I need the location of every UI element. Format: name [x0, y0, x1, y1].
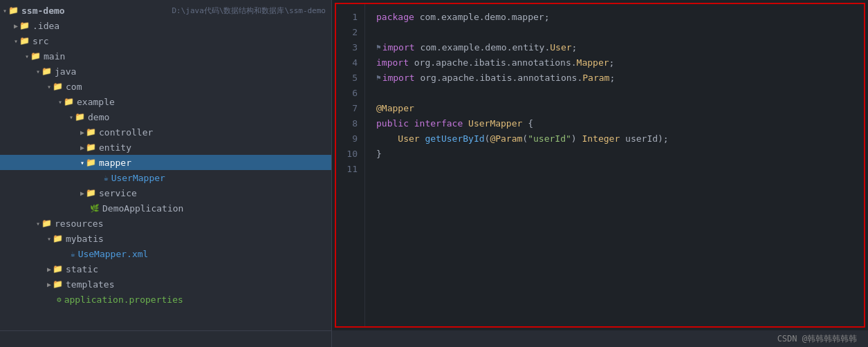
code-token: Param — [582, 71, 609, 86]
folder-icon: 📁 — [53, 234, 63, 243]
tree-label: UseMapper.xml — [78, 249, 326, 259]
code-line-2 — [376, 25, 864, 40]
arrow-icon: ▶ — [47, 281, 51, 288]
tree-item-java[interactable]: ▾ 📁 java — [0, 64, 331, 79]
tree-label: java — [55, 66, 326, 77]
folder-icon: 📁 — [86, 158, 96, 167]
tree-item-entity[interactable]: ▶ 📁 entity — [0, 140, 331, 155]
csdn-watermark: CSDN @韩韩韩韩韩韩 — [777, 333, 857, 345]
code-token: @Mapper — [376, 101, 414, 116]
tree-item-templates[interactable]: ▶ 📁 templates — [0, 276, 331, 292]
folder-icon: 📁 — [53, 82, 63, 91]
code-token: import — [382, 71, 421, 86]
tree-label: mapper — [99, 158, 326, 168]
code-token: ; — [572, 40, 578, 55]
code-token: ( — [485, 131, 490, 147]
code-line-3: ⚑import com.example.demo.entity.User; — [376, 40, 864, 55]
code-area: 1 2 3 4 5 6 7 8 9 10 11 package com.exam… — [335, 3, 865, 328]
folder-icon: 📁 — [75, 112, 85, 122]
arrow-icon: ▾ — [58, 98, 62, 106]
tree-label: entity — [99, 142, 326, 153]
code-token: public — [376, 116, 414, 131]
code-token: com.example.demo.entity. — [420, 40, 550, 55]
arrow-icon: ▶ — [14, 22, 18, 30]
code-line-7: @Mapper — [376, 101, 864, 116]
tree-item-resources[interactable]: ▾ 📁 resources — [0, 216, 331, 231]
tree-item-service[interactable]: ▶ 📁 service — [0, 185, 331, 200]
code-line-1: package com.example.demo.mapper; — [376, 10, 864, 25]
file-tree-panel: ▾ 📁 ssm-demo D:\java代码\数据结构和数据库\ssm-demo… — [0, 0, 332, 347]
line-numbers: 1 2 3 4 5 6 7 8 9 10 11 — [336, 4, 365, 326]
line-num-3: 3 — [336, 40, 358, 55]
tree-item-mybatis[interactable]: ▾ 📁 mybatis — [0, 231, 331, 246]
code-token: User — [398, 131, 419, 147]
code-token: } — [376, 147, 382, 162]
folder-icon: 📁 — [41, 218, 52, 228]
tree-item-mapper[interactable]: ▾ 📁 mapper — [0, 155, 331, 170]
tree-item-applicationproperties[interactable]: ⚙ application.properties — [0, 292, 331, 307]
left-bottom-bar — [0, 330, 331, 347]
line-num-6: 6 — [336, 86, 358, 101]
code-token: import — [376, 55, 414, 71]
code-token: org.apache.ibatis.annotations. — [414, 55, 577, 71]
arrow-icon: ▾ — [36, 220, 40, 227]
folder-icon: 📁 — [64, 97, 74, 106]
code-panel: 1 2 3 4 5 6 7 8 9 10 11 package com.exam… — [332, 0, 868, 347]
code-token: "userId" — [528, 131, 571, 147]
line-num-9: 9 — [336, 131, 358, 147]
tree-item-src[interactable]: ▾ 📁 src — [0, 33, 331, 48]
properties-file-icon: ⚙ — [57, 295, 62, 304]
tree-item-idea[interactable]: ▶ 📁 .idea — [0, 18, 331, 33]
tree-item-main[interactable]: ▾ 📁 main — [0, 48, 331, 64]
folder-icon: 📁 — [19, 36, 30, 46]
arrow-icon: ▾ — [80, 159, 84, 167]
tree-item-ssm-demo[interactable]: ▾ 📁 ssm-demo D:\java代码\数据结构和数据库\ssm-demo — [0, 3, 331, 18]
code-line-11 — [376, 162, 864, 177]
code-token: interface — [414, 116, 468, 131]
code-token — [420, 131, 425, 147]
arrow-icon: ▶ — [80, 129, 84, 136]
tree-item-com[interactable]: ▾ 📁 com — [0, 79, 331, 94]
code-token: ; — [609, 71, 615, 86]
arrow-icon: ▾ — [69, 113, 73, 121]
arrow-icon: ▶ — [80, 189, 84, 197]
arrow-icon: ▾ — [3, 7, 7, 15]
tree-label: src — [33, 36, 326, 46]
code-line-5: ⚑import org.apache.ibatis.annotations.Pa… — [376, 71, 864, 86]
code-content: package com.example.demo.mapper; ⚑import… — [365, 4, 864, 326]
code-line-6 — [376, 86, 864, 101]
code-token: Integer — [582, 131, 620, 147]
java-file-icon: ☕ — [104, 174, 109, 182]
folder-icon: 📁 — [86, 127, 96, 137]
code-token: userId); — [620, 131, 668, 147]
line-num-1: 1 — [336, 10, 358, 25]
tree-label: DemoApplication — [102, 203, 326, 214]
tree-item-static[interactable]: ▶ 📁 static — [0, 261, 331, 276]
tree-label: resources — [55, 218, 326, 229]
line-num-4: 4 — [336, 55, 358, 71]
tree-item-demoapplication[interactable]: 🌿 DemoApplication — [0, 200, 331, 216]
tree-item-usemapperxml[interactable]: ☕ UseMapper.xml — [0, 246, 331, 261]
folder-icon: 📁 — [8, 6, 19, 15]
line-num-11: 11 — [336, 162, 358, 177]
line-num-10: 10 — [336, 147, 358, 162]
arrow-icon: ▶ — [47, 265, 51, 273]
code-token: { — [522, 116, 533, 131]
folder-icon: 📁 — [86, 142, 96, 152]
code-token: @Param — [490, 131, 522, 147]
tree-label: static — [66, 264, 326, 274]
gutter-mark: ⚑ — [376, 40, 381, 55]
tree-item-example[interactable]: ▾ 📁 example — [0, 94, 331, 109]
tree-label: application.properties — [64, 294, 326, 305]
line-num-7: 7 — [336, 101, 358, 116]
tree-item-demo[interactable]: ▾ 📁 demo — [0, 109, 331, 124]
arrow-icon: ▾ — [36, 68, 40, 75]
bottom-bar: CSDN @韩韩韩韩韩韩 — [332, 330, 868, 347]
tree-label: demo — [88, 112, 326, 122]
spring-icon: 🌿 — [90, 204, 100, 213]
tree-item-controller[interactable]: ▶ 📁 controller — [0, 124, 331, 140]
folder-icon: 📁 — [41, 66, 52, 76]
folder-icon: 📁 — [86, 188, 96, 198]
code-line-4: import org.apache.ibatis.annotations.Map… — [376, 55, 864, 71]
tree-item-usermapper[interactable]: ☕ UserMapper — [0, 170, 331, 185]
